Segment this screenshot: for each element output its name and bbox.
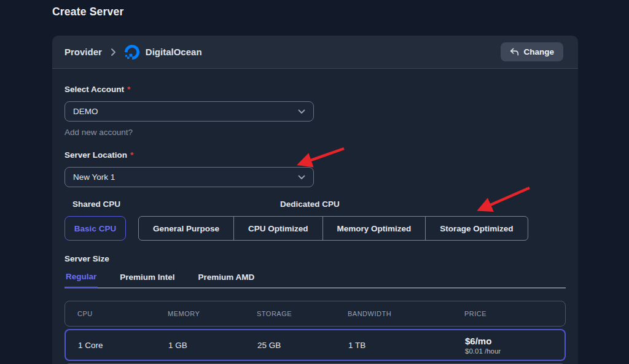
column-header-bandwidth: BANDWIDTH — [348, 310, 464, 317]
required-asterisk: * — [130, 150, 133, 160]
provider-name: DigitalOcean — [146, 47, 202, 57]
account-select[interactable]: DEMO — [64, 101, 314, 122]
cell-price: $6/mo $0.01 /hour — [465, 336, 565, 355]
add-new-account-link[interactable]: Add new account? — [64, 128, 566, 137]
dedicated-cpu-label: Dedicated CPU — [280, 199, 340, 209]
basic-cpu-button[interactable]: Basic CPU — [64, 216, 126, 241]
price-monthly: $6/mo — [465, 336, 565, 346]
provider-bar: Provider DigitalOcean Change — [52, 36, 578, 69]
create-server-card: Provider DigitalOcean Change Select Acco… — [52, 36, 578, 364]
cell-bandwidth: 1 TB — [348, 341, 465, 350]
dedicated-cpu-button-group: General Purpose CPU Optimized Memory Opt… — [138, 216, 528, 241]
change-provider-button[interactable]: Change — [501, 42, 563, 61]
server-location-label-text: Server Location — [64, 150, 127, 160]
column-header-memory: MEMORY — [168, 310, 257, 317]
cpu-type-labels-row: Shared CPU Dedicated CPU — [64, 199, 566, 209]
chevron-down-icon — [298, 175, 305, 180]
table-header-row: CPU MEMORY STORAGE BANDWIDTH PRICE — [64, 301, 566, 327]
chevron-down-icon — [298, 109, 305, 114]
server-location-label: Server Location * — [64, 150, 566, 160]
column-header-price: PRICE — [464, 310, 565, 317]
undo-arrow-icon — [510, 48, 519, 56]
page-title: Create Server — [52, 6, 123, 18]
memory-optimized-button[interactable]: Memory Optimized — [322, 217, 426, 240]
price-hourly: $0.01 /hour — [465, 347, 565, 355]
storage-optimized-button[interactable]: Storage Optimized — [425, 217, 527, 240]
location-select[interactable]: New York 1 — [64, 167, 314, 187]
table-row[interactable]: 1 Core 1 GB 25 GB 1 TB $6/mo $0.01 /hour — [64, 329, 566, 361]
select-account-label: Select Account * — [64, 85, 566, 94]
tab-premium-intel[interactable]: Premium Intel — [119, 272, 176, 287]
cpu-optimized-button[interactable]: CPU Optimized — [233, 217, 322, 240]
cell-cpu: 1 Core — [78, 341, 168, 350]
digitalocean-logo-icon — [125, 45, 139, 60]
server-size-table: CPU MEMORY STORAGE BANDWIDTH PRICE 1 Cor… — [64, 301, 566, 364]
card-body: Select Account * DEMO Add new account? S… — [52, 69, 578, 364]
tab-premium-amd[interactable]: Premium AMD — [197, 272, 256, 287]
cpu-type-buttons-row: Basic CPU General Purpose CPU Optimized … — [64, 216, 566, 241]
chevron-right-icon — [111, 48, 116, 56]
required-asterisk: * — [127, 85, 130, 94]
provider-breadcrumb-label: Provider — [64, 47, 102, 57]
cell-storage: 25 GB — [257, 341, 348, 350]
column-header-cpu: CPU — [77, 310, 168, 317]
column-header-storage: STORAGE — [257, 310, 348, 317]
change-button-label: Change — [523, 47, 554, 56]
location-select-value: New York 1 — [73, 172, 115, 182]
server-size-label: Server Size — [64, 254, 566, 263]
general-purpose-button[interactable]: General Purpose — [139, 217, 233, 240]
tab-regular[interactable]: Regular — [64, 272, 98, 288]
account-select-value: DEMO — [73, 107, 98, 116]
server-size-label-text: Server Size — [64, 254, 109, 263]
cell-memory: 1 GB — [168, 341, 257, 350]
server-size-tabs: Regular Premium Intel Premium AMD — [64, 272, 566, 288]
shared-cpu-label: Shared CPU — [72, 199, 120, 209]
select-account-label-text: Select Account — [64, 85, 124, 94]
